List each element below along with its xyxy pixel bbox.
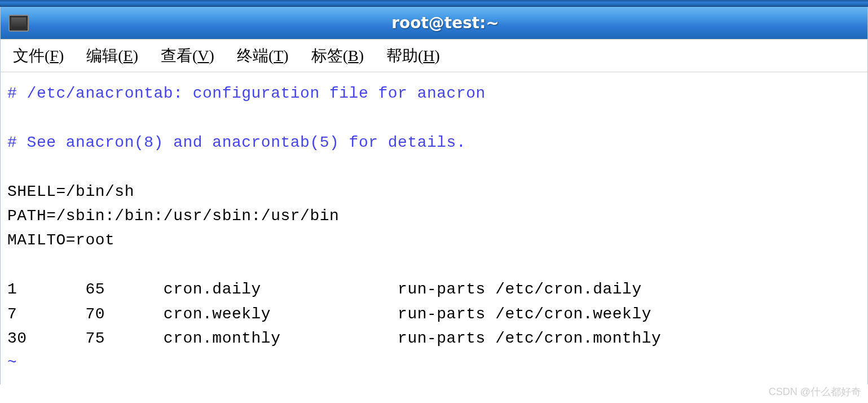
terminal-content[interactable]: # /etc/anacrontab: configuration file fo… (0, 72, 868, 384)
terminal-line-entry: 30 75 cron.monthly run-parts /etc/cron.m… (7, 330, 661, 347)
terminal-line-entry: 7 70 cron.weekly run-parts /etc/cron.wee… (7, 305, 651, 323)
menu-tabs[interactable]: 标签(B) (311, 45, 364, 67)
titlebar[interactable]: root@test:~ (0, 7, 868, 40)
menu-help[interactable]: 帮助(H) (386, 45, 440, 67)
menu-edit[interactable]: 编辑(E) (86, 45, 138, 67)
terminal-line-path: PATH=/sbin:/bin:/usr/sbin:/usr/bin (7, 207, 339, 225)
terminal-line-mailto: MAILTO=root (7, 231, 114, 249)
terminal-icon (8, 15, 29, 32)
terminal-line-entry: 1 65 cron.daily run-parts /etc/cron.dail… (7, 281, 642, 298)
terminal-line-shell: SHELL=/bin/sh (7, 183, 134, 200)
terminal-line-comment: # See anacron(8) and anacrontab(5) for d… (7, 134, 466, 151)
watermark: CSDN @什么都好奇 (769, 385, 861, 398)
terminal-line-comment: # /etc/anacrontab: configuration file fo… (7, 85, 486, 102)
menu-file[interactable]: 文件(F) (13, 45, 64, 67)
window-title: root@test:~ (29, 14, 862, 32)
menu-terminal[interactable]: 终端(T) (237, 45, 289, 67)
menu-view[interactable]: 查看(V) (161, 45, 214, 67)
menubar: 文件(F) 编辑(E) 查看(V) 终端(T) 标签(B) 帮助(H) (0, 40, 868, 72)
window-border-top (0, 0, 868, 7)
terminal-line-tilde: ~ (7, 354, 17, 371)
